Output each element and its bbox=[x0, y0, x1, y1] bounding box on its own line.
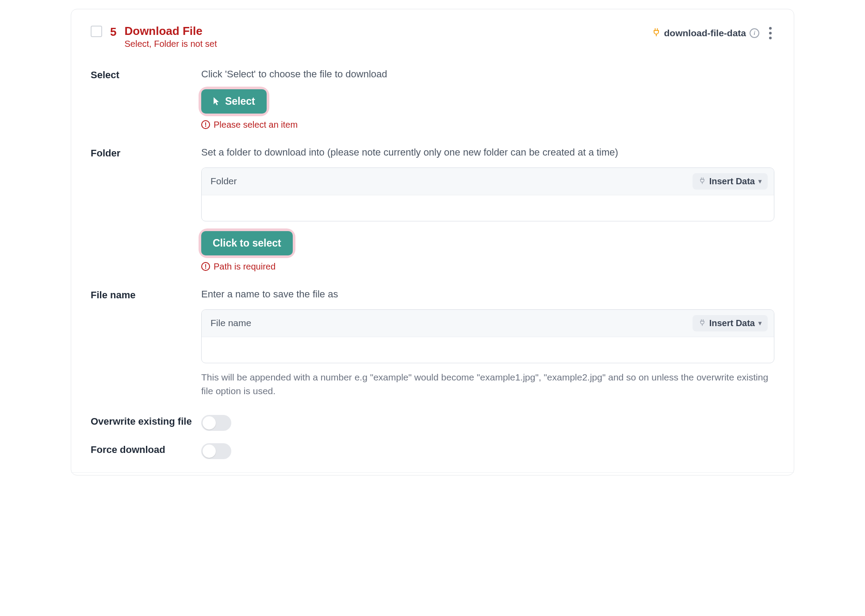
filename-input[interactable] bbox=[202, 337, 774, 363]
folder-input-box: Folder Insert Data ▾ bbox=[201, 167, 774, 221]
toggle-knob bbox=[203, 416, 216, 430]
plug-icon bbox=[652, 28, 661, 39]
alert-icon: ! bbox=[201, 120, 210, 129]
step-title: Download File bbox=[124, 24, 217, 38]
card-header: 5 Download File Select, Folder is not se… bbox=[91, 24, 774, 49]
field-overwrite bbox=[201, 414, 774, 431]
field-row-force: Force download bbox=[91, 442, 774, 459]
step-card: 5 Download File Select, Folder is not se… bbox=[71, 9, 794, 475]
step-number: 5 bbox=[110, 25, 116, 39]
field-select: Click 'Select' to choose the file to dow… bbox=[201, 68, 774, 130]
folder-error-text: Path is required bbox=[214, 262, 276, 272]
force-download-toggle[interactable] bbox=[201, 443, 231, 459]
overwrite-toggle[interactable] bbox=[201, 415, 231, 431]
field-row-filename: File name Enter a name to save the file … bbox=[91, 288, 774, 398]
filename-insert-data-button[interactable]: Insert Data ▾ bbox=[693, 315, 768, 331]
insert-data-label: Insert Data bbox=[709, 318, 755, 328]
chevron-down-icon: ▾ bbox=[758, 178, 762, 185]
select-error: ! Please select an item bbox=[201, 120, 774, 130]
field-row-overwrite: Overwrite existing file bbox=[91, 414, 774, 431]
step-subtitle: Select, Folder is not set bbox=[124, 39, 217, 49]
label-select: Select bbox=[91, 68, 201, 82]
folder-select-button[interactable]: Click to select bbox=[201, 231, 293, 255]
field-row-folder: Folder Set a folder to download into (pl… bbox=[91, 146, 774, 272]
field-filename: Enter a name to save the file as File na… bbox=[201, 288, 774, 398]
card-footer-divider bbox=[71, 472, 794, 475]
header-left: 5 Download File Select, Folder is not se… bbox=[91, 24, 217, 49]
filename-input-box: File name Insert Data ▾ bbox=[201, 309, 774, 363]
label-folder: Folder bbox=[91, 146, 201, 160]
step-checkbox[interactable] bbox=[91, 26, 102, 37]
header-right: download-file-data i bbox=[652, 24, 775, 42]
filename-input-header: File name Insert Data ▾ bbox=[202, 310, 774, 337]
folder-input-label: Folder bbox=[211, 176, 237, 186]
label-force: Force download bbox=[91, 442, 201, 456]
select-button[interactable]: Select bbox=[201, 89, 267, 114]
title-block: Download File Select, Folder is not set bbox=[124, 24, 217, 49]
select-description: Click 'Select' to choose the file to dow… bbox=[201, 68, 774, 81]
plug-icon bbox=[699, 318, 706, 328]
folder-insert-data-button[interactable]: Insert Data ▾ bbox=[693, 173, 768, 190]
label-overwrite: Overwrite existing file bbox=[91, 414, 201, 428]
folder-input-header: Folder Insert Data ▾ bbox=[202, 168, 774, 195]
cursor-icon bbox=[213, 97, 221, 106]
select-button-label: Select bbox=[225, 95, 255, 107]
field-force bbox=[201, 442, 774, 459]
alert-icon: ! bbox=[201, 262, 210, 271]
plug-icon bbox=[699, 176, 706, 186]
more-menu-button[interactable] bbox=[766, 24, 774, 42]
folder-select-button-label: Click to select bbox=[213, 237, 281, 249]
insert-data-label: Insert Data bbox=[709, 176, 755, 186]
chevron-down-icon: ▾ bbox=[758, 319, 762, 327]
label-filename: File name bbox=[91, 288, 201, 302]
filename-help: This will be appended with a number e.g … bbox=[201, 370, 774, 398]
folder-error: ! Path is required bbox=[201, 262, 774, 272]
info-icon[interactable]: i bbox=[750, 28, 759, 38]
folder-description: Set a folder to download into (please no… bbox=[201, 146, 774, 160]
data-tag-label: download-file-data bbox=[664, 28, 746, 38]
data-tag[interactable]: download-file-data i bbox=[652, 28, 760, 39]
filename-description: Enter a name to save the file as bbox=[201, 288, 774, 301]
field-folder: Set a folder to download into (please no… bbox=[201, 146, 774, 272]
select-error-text: Please select an item bbox=[214, 120, 298, 130]
field-row-select: Select Click 'Select' to choose the file… bbox=[91, 68, 774, 130]
toggle-knob bbox=[203, 445, 216, 458]
folder-input[interactable] bbox=[202, 195, 774, 221]
filename-input-label: File name bbox=[211, 318, 251, 328]
